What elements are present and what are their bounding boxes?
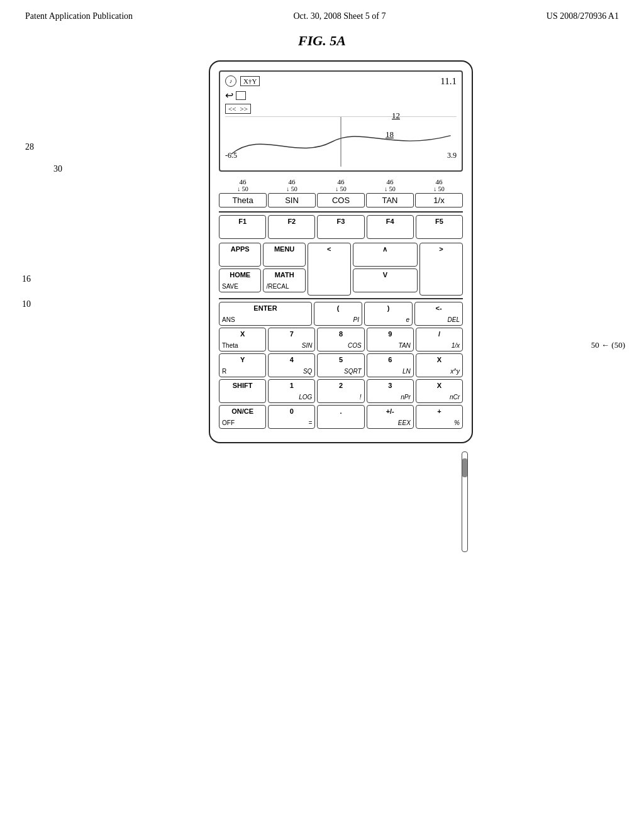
- small-rect-icon: [236, 91, 246, 100]
- key-plusminus-eex[interactable]: +/- EEX: [367, 405, 414, 429]
- graph-right-label: 3.9: [447, 151, 457, 160]
- key-div-1x[interactable]: / 1/x: [416, 328, 463, 351]
- key-7-sin[interactable]: 7 SIN: [268, 328, 315, 351]
- display-value: 11.1: [440, 76, 457, 87]
- xtY-indicator: X†Y: [240, 76, 260, 86]
- ref-30: 30: [53, 164, 62, 174]
- softkey-tick-row: ↓ 50 ↓ 50 ↓ 50 ↓ 50 ↓ 50: [219, 185, 463, 192]
- sk-tick-1: ↓ 50: [219, 185, 267, 192]
- sk-tick-5: ↓ 50: [415, 185, 463, 192]
- softkey-tan[interactable]: TAN: [366, 193, 414, 208]
- key-0-eq[interactable]: 0 =: [268, 405, 315, 429]
- fkey-f4[interactable]: F4: [367, 215, 414, 239]
- patent-header: Patent Application Publication Oct. 30, …: [0, 0, 644, 26]
- softkey-row: Theta SIN COS TAN 1/x: [219, 193, 463, 208]
- nav-buttons[interactable]: << >>: [225, 104, 251, 114]
- display-area: ♪ X†Y 11.1 ↩ << >> -6.5 3.9: [219, 70, 463, 172]
- key-paren-close[interactable]: ) e: [364, 302, 413, 326]
- shift-row: SHIFT 1 LOG 2 ! 3 nPr X nCr: [219, 379, 463, 403]
- graph-svg: [225, 117, 457, 167]
- key-decimal[interactable]: .: [317, 405, 364, 429]
- graph-area: -6.5 3.9 12 18: [225, 116, 457, 167]
- key-4-sq[interactable]: 4 SQ: [268, 353, 315, 377]
- key-9-tan[interactable]: 9 TAN: [367, 328, 414, 351]
- key-2-fact[interactable]: 2 !: [317, 379, 364, 403]
- key-down-arrow[interactable]: V: [353, 268, 418, 292]
- sk-num-2: 46: [268, 178, 316, 185]
- figure-title: FIG. 5A: [0, 33, 644, 49]
- key-up-arrow[interactable]: ∧: [353, 243, 418, 267]
- softkey-1x[interactable]: 1/x: [415, 193, 463, 208]
- sk-num-1: 46: [219, 178, 267, 185]
- ref-16: 16: [22, 274, 31, 284]
- fkey-f5[interactable]: F5: [416, 215, 463, 239]
- softkey-section: 46 46 46 46 46 ↓ 50 ↓ 50 ↓ 50 ↓ 50 ↓ 50 …: [219, 178, 463, 208]
- key-home[interactable]: HOME SAVE: [219, 268, 261, 292]
- apps-menu-row: APPS MENU: [219, 243, 306, 267]
- softkey-sin[interactable]: SIN: [268, 193, 316, 208]
- x-row: X Theta 7 SIN 8 COS 9 TAN / 1/x: [219, 328, 463, 351]
- header-center: Oct. 30, 2008 Sheet 5 of 7: [293, 11, 386, 21]
- softkey-cos[interactable]: COS: [317, 193, 365, 208]
- key-paren-open[interactable]: ( PI: [314, 302, 362, 326]
- sk-num-4: 46: [366, 178, 414, 185]
- divider-1: [219, 211, 463, 213]
- nav-right-btn[interactable]: >>: [238, 105, 248, 113]
- undo-icon[interactable]: ↩: [225, 89, 233, 101]
- home-math-row: HOME SAVE MATH /RECAL: [219, 268, 306, 292]
- on-row: ON/CE OFF 0 = . +/- EEX + %: [219, 405, 463, 429]
- calculator-device: ♪ X†Y 11.1 ↩ << >> -6.5 3.9: [209, 60, 473, 443]
- key-6-ln[interactable]: 6 LN: [367, 353, 414, 377]
- ref-28: 28: [25, 142, 34, 152]
- header-left: Patent Application Publication: [25, 11, 133, 21]
- graph-icon: ♪: [225, 75, 236, 87]
- header-right: US 2008/270936 A1: [547, 11, 619, 21]
- fkey-f3[interactable]: F3: [317, 215, 364, 239]
- divider-2: [219, 298, 463, 299]
- sk-tick-2: ↓ 50: [268, 185, 316, 192]
- key-left-arrow[interactable]: <: [308, 243, 351, 296]
- toolbar-row2: ↩: [225, 89, 457, 101]
- apps-menu-group: APPS MENU HOME SAVE MATH /RECAL: [219, 243, 306, 292]
- right-nav-group: ∧ V: [353, 243, 418, 292]
- softkey-theta[interactable]: Theta: [219, 193, 267, 208]
- key-3-npr[interactable]: 3 nPr: [367, 379, 414, 403]
- scroll-bar[interactable]: [462, 451, 468, 552]
- sk-num-5: 46: [415, 178, 463, 185]
- key-backspace[interactable]: <- DEL: [414, 302, 463, 326]
- main-area: 28 30 16 10 ♪ X†Y 11.1 ↩ << >>: [0, 60, 644, 443]
- ref-50-label: 50 ← (50): [591, 340, 625, 350]
- sk-num-3: 46: [317, 178, 365, 185]
- key-menu[interactable]: MENU: [263, 243, 305, 267]
- display-toolbar: ♪ X†Y 11.1: [225, 75, 457, 87]
- key-y-r[interactable]: Y R: [219, 353, 266, 377]
- y-row: Y R 4 SQ 5 SQRT 6 LN X x^y: [219, 353, 463, 377]
- ref-12: 12: [392, 111, 400, 121]
- key-once[interactable]: ON/CE OFF: [219, 405, 266, 429]
- ref-10: 10: [22, 299, 31, 309]
- nav-row: << >>: [225, 104, 457, 114]
- key-x-theta[interactable]: X Theta: [219, 328, 266, 351]
- center-nav-group: <: [308, 243, 351, 296]
- key-8-cos[interactable]: 8 COS: [317, 328, 364, 351]
- key-right-arrow[interactable]: >: [419, 243, 463, 296]
- key-shift[interactable]: SHIFT: [219, 379, 266, 403]
- key-5-sqrt[interactable]: 5 SQRT: [317, 353, 364, 377]
- fkey-f1[interactable]: F1: [219, 215, 266, 239]
- key-enter[interactable]: ENTER ANS: [219, 302, 312, 326]
- key-apps[interactable]: APPS: [219, 243, 261, 267]
- sk-tick-4: ↓ 50: [366, 185, 414, 192]
- key-plus-pct[interactable]: + %: [416, 405, 463, 429]
- ref-18: 18: [386, 130, 394, 140]
- key-x-xy[interactable]: X x^y: [416, 353, 463, 377]
- right-outer-group: >: [419, 243, 463, 296]
- graph-left-label: -6.5: [225, 151, 237, 160]
- enter-row: ENTER ANS ( PI ) e <- DEL: [219, 302, 463, 326]
- key-x-ncr[interactable]: X nCr: [416, 379, 463, 403]
- scroll-thumb: [462, 458, 467, 477]
- fkey-f2[interactable]: F2: [268, 215, 315, 239]
- sk-tick-3: ↓ 50: [317, 185, 365, 192]
- nav-left-btn[interactable]: <<: [227, 105, 237, 113]
- key-1-log[interactable]: 1 LOG: [268, 379, 315, 403]
- key-math[interactable]: MATH /RECAL: [263, 268, 305, 292]
